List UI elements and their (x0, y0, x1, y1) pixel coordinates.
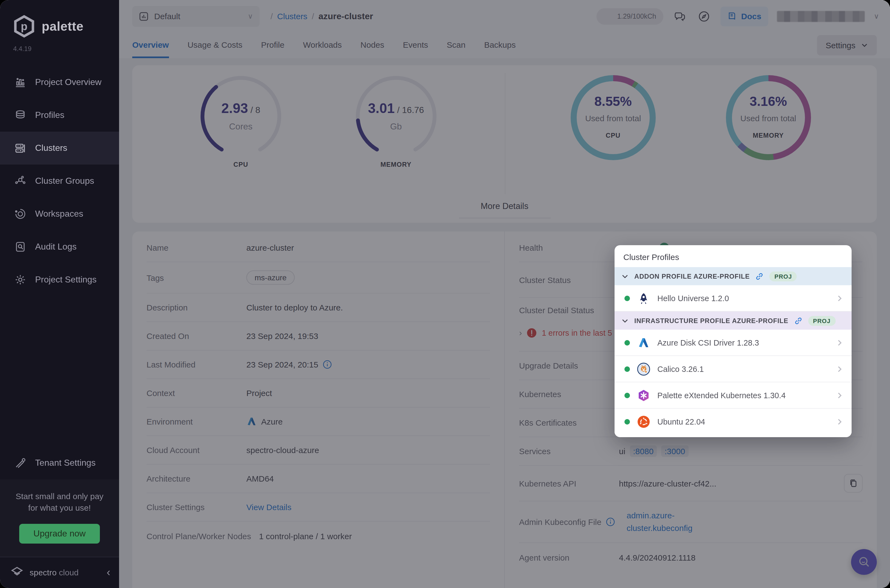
tab-nodes[interactable]: Nodes (360, 40, 384, 58)
account-menu[interactable] (777, 11, 865, 22)
memory-gauge: 3.01 / 16.76 Gb MEMORY (349, 75, 443, 168)
chevron-right-icon (835, 364, 844, 373)
service-port-link-8080[interactable]: :8080 (630, 446, 657, 457)
clusters-server-icon (14, 142, 26, 154)
profile-item-palette-extended-kubernetes[interactable]: Palette eXtended Kubernetes 1.30.4 (615, 382, 852, 409)
donuts-group: 8.55% Used from total CPU 3.16% Used fro… (504, 71, 877, 223)
addon-profile-header[interactable]: ADDON PROFILE AZURE-PROFILE PROJ (615, 267, 852, 285)
cpu-donut-sublabel: Used from total (571, 114, 656, 123)
last-modified-value: 23 Sep 2024, 20:15 (246, 360, 318, 369)
chevron-right-icon (835, 417, 844, 426)
orbit-icon (14, 208, 26, 220)
chevron-down-icon (621, 317, 629, 324)
detail-row-created-on: Created On 23 Sep 2024, 19:53 (147, 322, 490, 351)
settings-button[interactable]: Settings (817, 35, 877, 56)
tag-pill: ms-azure (246, 270, 295, 285)
info-icon[interactable] (606, 517, 615, 526)
explore-button[interactable] (696, 9, 712, 24)
infrastructure-profile-header[interactable]: INFRASTRUCTURE PROFILE AZURE-PROFILE PRO… (615, 312, 852, 330)
breadcrumb-separator: / (270, 12, 273, 21)
sidebar-item-profiles[interactable]: Profiles (0, 99, 119, 132)
feedback-chat-button[interactable] (672, 9, 687, 24)
tab-overview[interactable]: Overview (132, 40, 169, 58)
profile-item-hello-universe[interactable]: Hello Universe 1.2.0 (615, 285, 852, 312)
breadcrumb-link-clusters[interactable]: Clusters (277, 12, 307, 21)
expand-chevron-icon[interactable]: › (519, 328, 522, 338)
service-port-link-3000[interactable]: :3000 (661, 446, 688, 457)
status-dot (624, 296, 630, 301)
cpu-used-value: 2.93 (221, 100, 248, 116)
sidebar-item-label: Workspaces (35, 209, 83, 219)
infrastructure-profile-label: INFRASTRUCTURE PROFILE AZURE-PROFILE (634, 317, 788, 324)
sidebar-item-cluster-groups[interactable]: Cluster Groups (0, 165, 119, 198)
app-window: p palette 4.4.19 Project Overview Profil… (0, 0, 890, 588)
link-icon[interactable] (755, 272, 764, 280)
brand-logo: p palette (0, 0, 119, 38)
sidebar-item-audit-logs[interactable]: Audit Logs (0, 230, 119, 263)
app-version: 4.4.19 (0, 38, 119, 52)
kubeconfig-download-link[interactable]: admin.azure-cluster.kubeconfig (627, 510, 710, 534)
context-value: Project (246, 388, 490, 398)
brand-name: palette (42, 19, 83, 34)
usage-credits-pill: 1.29/100kCh (596, 8, 663, 24)
memory-usage-donut: 3.16% Used from total MEMORY (722, 75, 815, 160)
sidebar-item-workspaces[interactable]: Workspaces (0, 198, 119, 230)
breadcrumb-separator: / (312, 12, 314, 21)
sidebar-item-project-overview[interactable]: Project Overview (0, 66, 119, 99)
upgrade-now-button[interactable]: Upgrade now (19, 524, 100, 544)
sidebar-item-label: Project Settings (35, 275, 96, 285)
project-scope-badge: PROJ (770, 271, 797, 281)
sidebar-item-clusters[interactable]: Clusters (0, 132, 119, 165)
sidebar-item-project-settings[interactable]: Project Settings (0, 263, 119, 296)
cpu-total-value: / 8 (251, 105, 260, 115)
sidebar-collapse-button[interactable]: ‹ (107, 567, 110, 578)
memory-total-value: / 16.76 (397, 105, 424, 115)
memory-unit-label: Gb (355, 122, 437, 132)
search-help-fab[interactable] (851, 549, 877, 575)
chevron-down-icon: ∨ (874, 12, 879, 20)
chevron-right-icon (835, 294, 844, 303)
tab-backups[interactable]: Backups (484, 40, 516, 58)
status-dot (624, 419, 630, 424)
detail-row-cloud-account: Cloud Account spectro-cloud-azure (147, 436, 490, 465)
service-name: ui (619, 447, 625, 456)
details-left-column: Name azure-cluster Tags ms-azure Descrip… (132, 231, 504, 588)
status-dot (624, 366, 630, 372)
copy-api-url-button[interactable] (844, 474, 863, 492)
created-on-value: 23 Sep 2024, 19:53 (246, 331, 490, 340)
calico-icon (637, 362, 650, 375)
more-details-button[interactable]: More Details (459, 201, 550, 218)
network-nodes-icon (14, 175, 26, 187)
chevron-down-icon: ∨ (248, 12, 253, 20)
tab-scan[interactable]: Scan (447, 40, 465, 58)
tab-profile[interactable]: Profile (261, 40, 285, 58)
card-divider (504, 73, 505, 194)
tools-icon (14, 457, 26, 469)
detail-row-last-modified: Last Modified 23 Sep 2024, 20:15 (147, 351, 490, 379)
nodes-value: 1 control-plane / 1 worker (259, 531, 490, 540)
profile-item-name: Azure Disk CSI Driver 1.28.3 (657, 338, 759, 347)
agent-version-value: 4.4.9/20240912.1118 (619, 553, 863, 562)
memory-donut-ring: 3.16% Used from total MEMORY (726, 75, 811, 160)
tab-usage-costs[interactable]: Usage & Costs (188, 40, 242, 58)
detail-row-services: Services ui :8080 :3000 (519, 437, 863, 466)
sidebar-item-tenant-settings[interactable]: Tenant Settings (0, 446, 119, 479)
info-icon[interactable] (323, 360, 332, 369)
memory-used-percent: 3.16% (726, 94, 811, 109)
profile-item-azure-disk-csi[interactable]: Azure Disk CSI Driver 1.28.3 (615, 330, 852, 356)
cloud-account-value: spectro-cloud-azure (246, 446, 490, 455)
link-icon[interactable] (794, 316, 803, 325)
cluster-settings-view-details-link[interactable]: View Details (246, 502, 292, 512)
docs-label: Docs (741, 12, 761, 21)
utilization-card: 2.93 / 8 Cores CPU 3.01 / 16.76 (132, 65, 877, 223)
tab-events[interactable]: Events (403, 40, 428, 58)
profile-item-calico[interactable]: Calico 3.26.1 (615, 356, 852, 382)
gauges-group: 2.93 / 8 Cores CPU 3.01 / 16.76 (132, 71, 504, 223)
detail-row-architecture: Architecture AMD64 (147, 465, 490, 493)
profile-item-ubuntu[interactable]: Ubuntu 22.04 (615, 409, 852, 435)
sidebar-item-label: Tenant Settings (35, 458, 96, 468)
project-scope-icon (139, 11, 149, 21)
project-selector[interactable]: Default ∨ (132, 6, 260, 27)
tab-workloads[interactable]: Workloads (303, 40, 342, 58)
docs-button[interactable]: Docs (720, 6, 768, 26)
